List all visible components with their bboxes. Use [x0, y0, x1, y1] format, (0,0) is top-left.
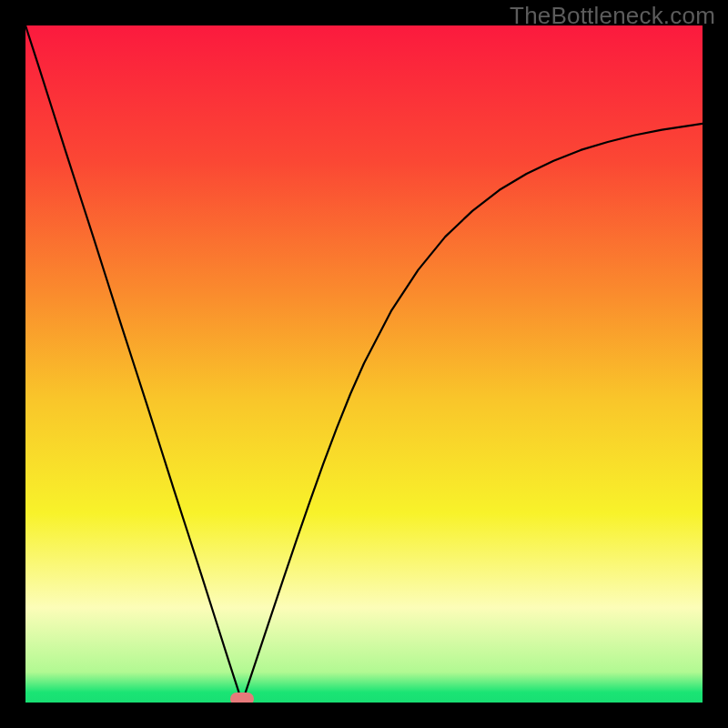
chart-frame: TheBottleneck.com: [0, 0, 728, 728]
plot-area: [25, 25, 703, 703]
optimal-point-marker: [230, 693, 254, 703]
watermark-text: TheBottleneck.com: [510, 2, 715, 30]
plot-svg: [25, 25, 703, 703]
